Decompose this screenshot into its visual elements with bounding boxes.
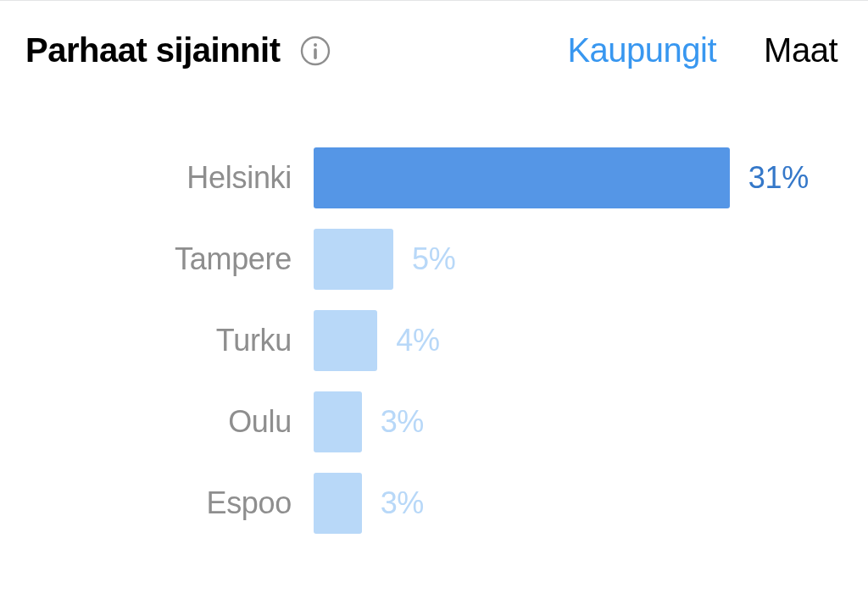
bar-row: Helsinki31%	[25, 147, 809, 208]
locations-bar-chart: Helsinki31%Tampere5%Turku4%Oulu3%Espoo3%	[25, 147, 843, 534]
bar-track: 5%	[314, 229, 809, 290]
bar-track: 31%	[314, 147, 809, 208]
bar-track: 4%	[314, 310, 809, 371]
bar-value: 31%	[748, 160, 809, 196]
bar-row: Tampere5%	[25, 229, 809, 290]
card-title: Parhaat sijainnit	[25, 31, 280, 69]
bar-label: Tampere	[25, 241, 314, 277]
bar-fill	[314, 310, 377, 371]
bar-value: 3%	[381, 404, 424, 440]
info-icon[interactable]	[300, 36, 331, 66]
bar-value: 3%	[381, 485, 424, 521]
bar-value: 4%	[396, 323, 439, 358]
bar-label: Oulu	[25, 404, 314, 440]
card-header: Parhaat sijainnit Kaupungit Maat	[25, 31, 843, 69]
bar-label: Helsinki	[25, 160, 314, 196]
bar-fill	[314, 391, 362, 452]
bar-fill	[314, 229, 393, 290]
svg-rect-2	[314, 48, 318, 59]
tab-countries[interactable]: Maat	[764, 31, 837, 69]
tabs: Kaupungit Maat	[567, 31, 843, 69]
bar-row: Turku4%	[25, 310, 809, 371]
bar-value: 5%	[412, 241, 455, 277]
bar-row: Oulu3%	[25, 391, 809, 452]
bar-fill	[314, 147, 730, 208]
title-group: Parhaat sijainnit	[25, 31, 331, 69]
tab-cities[interactable]: Kaupungit	[567, 31, 716, 69]
bar-track: 3%	[314, 473, 809, 534]
bar-track: 3%	[314, 391, 809, 452]
bar-fill	[314, 473, 362, 534]
bar-row: Espoo3%	[25, 473, 809, 534]
locations-card: Parhaat sijainnit Kaupungit Maat Helsink…	[0, 0, 868, 599]
bar-label: Turku	[25, 323, 314, 358]
bar-label: Espoo	[25, 485, 314, 521]
svg-point-1	[314, 43, 317, 47]
